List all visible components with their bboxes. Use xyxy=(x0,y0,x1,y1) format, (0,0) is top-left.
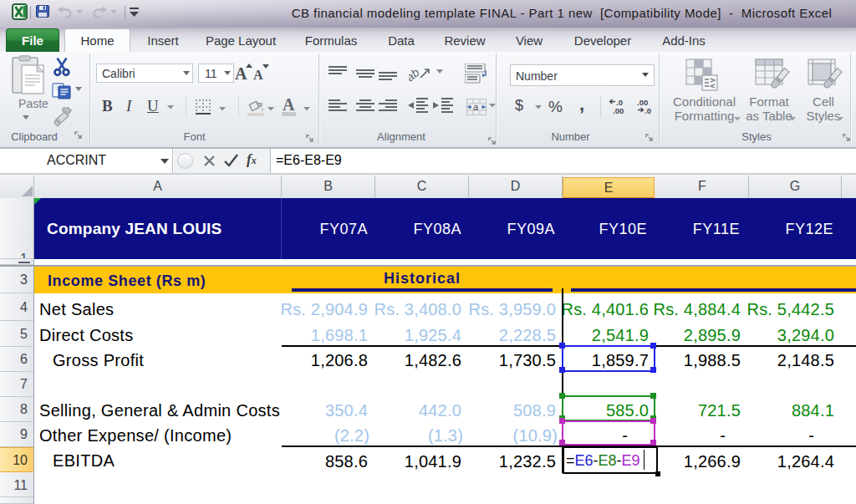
svg-text:ab: ab xyxy=(409,65,422,83)
svg-text:.00: .00 xyxy=(613,106,624,115)
svg-text:.0: .0 xyxy=(645,106,651,115)
svg-text:a: a xyxy=(473,102,478,112)
